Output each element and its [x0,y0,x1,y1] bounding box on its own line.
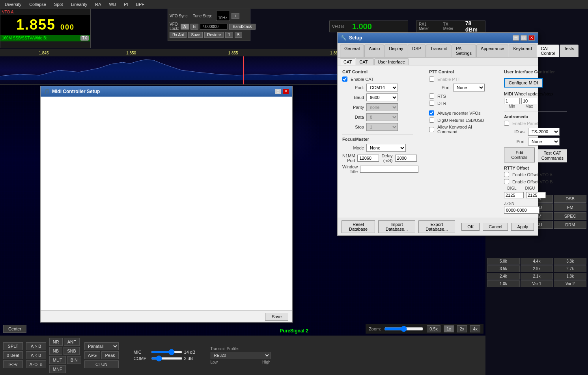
bw-24k[interactable]: 2.4k [487,273,520,280]
bw-18k[interactable]: 1.8k [554,273,586,280]
tab-appearance[interactable]: Appearance [476,45,508,57]
splt-btn[interactable]: SPLT [3,342,23,350]
rx-ant-btn[interactable]: Rx Ant [170,32,187,38]
acb-btn[interactable]: A <> B [26,360,46,368]
tab-cat-control[interactable]: CAT Control [537,45,559,57]
bandstack-btn[interactable]: BandStack [229,24,255,30]
n1mm-port-input[interactable] [357,155,379,162]
menu-collapse[interactable]: Collapse [28,1,48,7]
import-database-btn[interactable]: Import Database... [378,220,415,233]
zoom-4x[interactable]: 4x [470,325,480,332]
cancel-btn[interactable]: Cancel [483,223,508,231]
bw-27k[interactable]: 2.7k [554,265,586,272]
allow-kenwood-checkbox[interactable] [429,127,434,132]
tab-general[interactable]: General [340,45,364,57]
cat-stop-select[interactable]: 1 [366,123,398,131]
window-title-input[interactable] [360,166,418,173]
tab-display[interactable]: Display [385,45,407,57]
beat-btn[interactable]: 0 Beat [3,351,23,359]
test-cat-btn[interactable]: Test CATCommands [538,149,567,162]
snb-btn[interactable]: SNB [63,347,80,355]
tab-audio[interactable]: Audio [364,45,384,57]
tune-step-value[interactable]: - 10Hz [216,11,230,21]
num1-btn[interactable]: 1 [225,32,233,38]
rtty-digu-input[interactable] [526,192,546,198]
subtab-cat-plus[interactable]: CAT+ [356,58,374,65]
zoom-2x[interactable]: 2x [457,325,467,332]
menu-ra[interactable]: RA [93,1,103,7]
setup-minimize-btn[interactable]: ─ [513,35,519,41]
reset-database-btn[interactable]: Reset Database [342,220,375,233]
bw-35k[interactable]: 3.5k [487,265,520,272]
anf-btn[interactable]: ANF [64,338,80,346]
delay-ms-input[interactable] [395,155,417,162]
zzsn-input[interactable] [504,207,539,214]
edit-controls-btn[interactable]: Edit Controls [504,147,535,162]
ifv-btn[interactable]: IF>V [3,360,23,368]
avg-btn[interactable]: AVG [84,351,100,359]
mnf-btn[interactable]: MNF [49,365,66,373]
tab-dsp[interactable]: DSP [408,45,426,57]
export-database-btn[interactable]: Export Database... [418,220,455,233]
restore-btn[interactable]: Restore [204,32,224,38]
digl-returns-checkbox[interactable] [429,118,434,123]
bw-var1[interactable]: Var 1 [521,280,553,287]
always-recenter-checkbox[interactable] [429,110,434,116]
vfo-b-frequency[interactable]: 1.000 [352,22,372,31]
andromeda-id-select[interactable]: TS-2000 [528,128,560,136]
menu-diversity[interactable]: Diversity [3,1,23,7]
vfo-b-btn[interactable]: B [190,24,199,30]
num5-btn[interactable]: 5 [235,32,243,38]
cat-port-select[interactable]: COM14 [366,84,398,91]
ptt-port-select[interactable]: None [453,84,485,91]
vfo-a-frequency[interactable]: 1.855 000 [0,15,90,35]
rts-checkbox[interactable] [429,93,434,99]
tab-pa-settings[interactable]: PA Settings [452,45,476,57]
midi-maximize-btn[interactable]: □ [275,89,281,94]
andromeda-enable-checkbox[interactable] [504,121,509,126]
ok-btn[interactable]: OK [461,223,480,231]
vfo-a-btn[interactable]: A [181,24,189,30]
subtab-cat[interactable]: CAT [340,58,355,65]
bin-btn[interactable]: BIN [67,356,81,364]
comp-slider[interactable] [151,357,183,360]
enable-ptt-checkbox[interactable] [429,76,434,82]
configure-midi-btn[interactable]: Configure MIDI [504,78,543,88]
dtr-checkbox[interactable] [429,101,434,106]
zoom-05x[interactable]: 0.5x [427,325,441,332]
bw-29k[interactable]: 2.9k [521,265,553,272]
tx-profile-select[interactable]: RE320 [211,352,271,359]
apply-btn[interactable]: Apply [511,223,534,231]
zoom-1x[interactable]: 1x [444,325,454,332]
rtty-vfo-b-checkbox[interactable] [504,179,509,184]
cat-parity-select[interactable]: none [366,103,398,111]
rtty-digl-input[interactable] [504,192,524,198]
midi-close-btn[interactable]: ✕ [283,89,289,94]
mut-btn[interactable]: MUT [49,356,66,364]
menu-spot[interactable]: Spot [52,1,65,7]
subtab-user-interface[interactable]: User Interface [374,58,409,65]
bw-44k[interactable]: 4.4k [521,258,553,265]
menu-pi[interactable]: PI [122,1,129,7]
vfo-freq-input[interactable] [200,24,228,30]
cat-baud-select[interactable]: 9600 [366,93,398,101]
ba-btn[interactable]: A < B [26,351,46,359]
mode-drm[interactable]: DRM [554,221,586,229]
tab-keyboard[interactable]: Keyboard [509,45,536,57]
nr-btn[interactable]: NR [49,338,63,346]
menu-linearity[interactable]: Linearity [69,1,89,7]
bw-5k[interactable]: 5.0k [487,258,520,265]
save-btn[interactable]: Save [188,32,203,38]
zoom-slider[interactable] [384,326,424,332]
menu-wb[interactable]: WB [107,1,118,7]
mic-slider[interactable] [151,351,183,353]
bw-1k[interactable]: 1.0k [487,280,520,287]
cat-data-select[interactable]: 8 [366,113,398,121]
tab-transmit[interactable]: Transmit [426,45,451,57]
tab-tests[interactable]: Tests [560,45,579,57]
midi-save-btn[interactable]: Save [265,313,288,321]
focusmaster-mode-select[interactable]: None [366,144,406,152]
midi-min-input[interactable] [504,98,520,104]
peak-btn[interactable]: Peak [101,351,118,359]
vfo-a-mode[interactable]: 160M SSB/SSTV/Wide B: [2,36,47,40]
